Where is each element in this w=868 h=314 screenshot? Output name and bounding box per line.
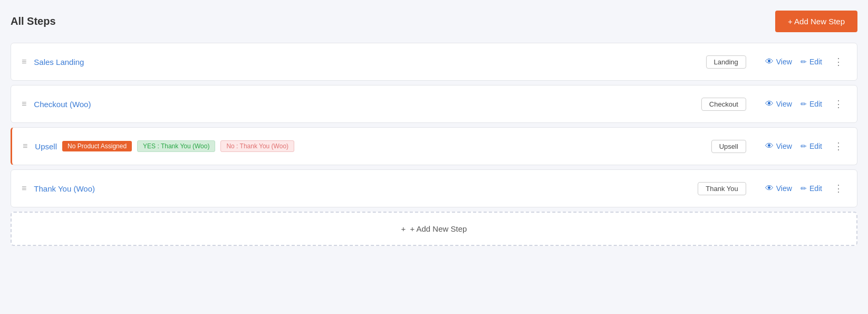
edit-label: Edit <box>809 142 822 150</box>
pencil-icon: ✏ <box>801 100 807 108</box>
view-label: View <box>776 58 792 66</box>
drag-handle-icon[interactable]: ≡ <box>23 141 27 151</box>
badge-step-3-0: No Product Assigned <box>62 141 132 151</box>
view-link-step-4[interactable]: 👁 View <box>765 184 792 193</box>
view-link-step-2[interactable]: 👁 View <box>765 99 792 109</box>
drag-handle-icon[interactable]: ≡ <box>22 184 26 193</box>
step-name-text: Upsell <box>35 142 57 151</box>
drag-handle-icon[interactable]: ≡ <box>22 99 26 109</box>
step-name-step-3[interactable]: UpsellNo Product AssignedYES : Thank You… <box>35 140 711 152</box>
edit-label: Edit <box>809 184 822 193</box>
add-step-bottom-button[interactable]: + + Add New Step <box>11 212 857 246</box>
step-type-badge-step-1: Landing <box>706 55 746 69</box>
drag-handle-icon[interactable]: ≡ <box>22 57 26 66</box>
edit-label: Edit <box>809 58 822 66</box>
step-actions-step-4: Thank You👁 View✏ Edit⋮ <box>698 182 846 195</box>
view-link-step-1[interactable]: 👁 View <box>765 57 792 66</box>
step-name-text: Thank You (Woo) <box>34 184 95 193</box>
edit-link-step-4[interactable]: ✏ Edit <box>801 184 822 193</box>
more-button-step-1[interactable]: ⋮ <box>831 55 846 69</box>
more-button-step-3[interactable]: ⋮ <box>831 139 846 153</box>
step-name-text: Sales Landing <box>34 58 84 66</box>
add-new-step-button[interactable]: + Add New Step <box>775 11 857 32</box>
page-header: All Steps + Add New Step <box>11 11 857 32</box>
page-title: All Steps <box>11 15 56 27</box>
step-actions-step-3: Upsell👁 View✏ Edit⋮ <box>711 139 846 153</box>
pencil-icon: ✏ <box>801 142 807 150</box>
step-type-badge-step-4: Thank You <box>698 182 746 195</box>
pencil-icon: ✏ <box>801 184 807 193</box>
view-label: View <box>776 142 792 150</box>
edit-link-step-2[interactable]: ✏ Edit <box>801 100 822 108</box>
step-card-step-2: ≡Checkout (Woo)Checkout👁 View✏ Edit⋮ <box>11 85 857 123</box>
view-link-step-3[interactable]: 👁 View <box>765 141 792 151</box>
step-name-step-2[interactable]: Checkout (Woo) <box>34 100 701 109</box>
step-card-step-1: ≡Sales LandingLanding👁 View✏ Edit⋮ <box>11 43 857 81</box>
eye-icon: 👁 <box>765 57 774 66</box>
badge-step-3-2: No : Thank You (Woo) <box>220 140 294 152</box>
page-container: All Steps + Add New Step ≡Sales LandingL… <box>11 11 857 246</box>
edit-link-step-3[interactable]: ✏ Edit <box>801 142 822 150</box>
badge-step-3-1: YES : Thank You (Woo) <box>137 140 215 152</box>
steps-list: ≡Sales LandingLanding👁 View✏ Edit⋮≡Check… <box>11 43 857 207</box>
more-button-step-4[interactable]: ⋮ <box>831 182 846 195</box>
step-card-step-3: ≡UpsellNo Product AssignedYES : Thank Yo… <box>11 127 857 165</box>
step-name-step-1[interactable]: Sales Landing <box>34 58 706 66</box>
eye-icon: 👁 <box>765 184 774 193</box>
step-name-step-4[interactable]: Thank You (Woo) <box>34 184 698 193</box>
edit-link-step-1[interactable]: ✏ Edit <box>801 58 822 66</box>
step-type-badge-step-2: Checkout <box>701 98 746 111</box>
edit-label: Edit <box>809 100 822 108</box>
more-button-step-2[interactable]: ⋮ <box>831 97 846 111</box>
eye-icon: 👁 <box>765 99 774 109</box>
plus-icon: + <box>401 224 406 233</box>
eye-icon: 👁 <box>765 141 774 151</box>
step-type-badge-step-3: Upsell <box>711 140 746 153</box>
step-actions-step-2: Checkout👁 View✏ Edit⋮ <box>701 97 846 111</box>
view-label: View <box>776 184 792 193</box>
view-label: View <box>776 100 792 108</box>
add-step-bottom-label: + Add New Step <box>410 224 467 233</box>
pencil-icon: ✏ <box>801 58 807 66</box>
step-actions-step-1: Landing👁 View✏ Edit⋮ <box>706 55 847 69</box>
step-name-text: Checkout (Woo) <box>34 100 91 109</box>
step-card-step-4: ≡Thank You (Woo)Thank You👁 View✏ Edit⋮ <box>11 169 857 207</box>
